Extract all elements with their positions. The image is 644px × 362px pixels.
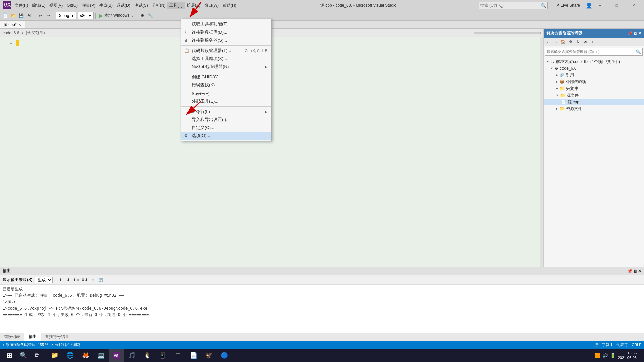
toolbar-new-btn[interactable]: 📄 (1, 12, 9, 19)
output-source-dropdown[interactable]: 生成 (35, 277, 53, 283)
title-menu-tools[interactable]: 工具(T) (167, 2, 184, 9)
se-home-btn[interactable]: 🏠 (560, 39, 567, 45)
se-refresh-btn[interactable]: ↻ (575, 39, 581, 45)
run-button[interactable]: ▶ 本地 Windows... (97, 12, 135, 19)
se-close-icon[interactable]: ✕ (638, 31, 641, 36)
toolbar-platform-dropdown[interactable]: x86 ▼ (78, 12, 93, 19)
taskbar-sound-icon[interactable]: 🔊 (602, 353, 608, 358)
tree-item-headers[interactable]: ▶ 📁 头文件 (544, 85, 644, 92)
se-search-input[interactable] (547, 50, 636, 54)
taskbar-task-view[interactable]: ⧉ (30, 349, 44, 362)
breadcrumb-scrollbar[interactable] (474, 32, 541, 34)
output-pin-icon[interactable]: 📌 (627, 269, 632, 274)
menu-options[interactable]: ⚙ 选项(O)... (181, 132, 271, 140)
taskbar-app-12[interactable]: 🔵 (217, 349, 232, 362)
title-menu-window[interactable]: 窗口(W) (202, 2, 221, 9)
menu-nuget[interactable]: NuGet 包管理器(N) ▶ (181, 63, 271, 71)
output-source-selector[interactable]: 显示输出来源(S): 生成 (3, 277, 53, 283)
se-add-btn[interactable]: + (589, 39, 596, 45)
taskbar-app-3[interactable]: 🦊 (78, 349, 93, 362)
menu-toolbox-items[interactable]: 选择工具箱项(X)... (181, 55, 271, 63)
taskbar-app-8[interactable]: 📱 (155, 349, 170, 362)
editor-vscrollbar[interactable] (540, 37, 543, 267)
tree-item-external-deps[interactable]: ▶ 📦 外部依赖项 (544, 78, 644, 85)
toolbar-extra-btn-2[interactable]: 🔧 (147, 12, 154, 19)
toolbar-redo-btn[interactable]: ↪ (45, 12, 52, 19)
output-btn-5[interactable]: ≡ (89, 276, 96, 284)
tree-item-source-files[interactable]: ▼ 📁 源文件 (544, 92, 644, 99)
toolbar-extra-btn-1[interactable]: ⚙ (139, 12, 146, 19)
title-menu-file[interactable]: 文件(F) (13, 2, 30, 9)
output-btn-2[interactable]: ⬇ (65, 276, 72, 284)
output-btn-4[interactable]: ⬇⬇ (81, 276, 88, 284)
taskbar-app-7[interactable]: 🐧 (140, 349, 155, 362)
menu-snippet-mgr[interactable]: 📋 代码片段管理器(T)... Ctrl+K, Ctrl+B (181, 47, 271, 55)
se-float-icon[interactable]: ⧉ (634, 31, 637, 36)
output-btn-6[interactable]: 🔄 (97, 276, 104, 284)
output-tab-errors[interactable]: 错误列表 (0, 333, 24, 341)
menu-customize[interactable]: 自定义(C)... (181, 124, 271, 132)
breadcrumb-nav-btn[interactable]: ⊕ (466, 31, 470, 35)
toolbar-open-btn[interactable]: 📂 (9, 12, 17, 19)
start-button[interactable]: ⊞ (1, 349, 17, 362)
tab-source-cpp[interactable]: 源.cpp* ✕ (0, 21, 25, 28)
tree-item-source-cpp[interactable]: 📄 源.cpp (544, 99, 644, 105)
taskbar-show-desktop[interactable] (639, 351, 640, 360)
search-input[interactable] (480, 3, 541, 8)
status-git-btn[interactable]: ↑ 添加到源代码管理 (3, 342, 35, 347)
minimize-button[interactable]: ─ (592, 0, 608, 11)
menu-connect-server[interactable]: 🖥 连接到服务器(S)... (181, 36, 271, 44)
title-menu-git[interactable]: Git(G) (65, 2, 80, 9)
menu-import-export[interactable]: 导入和导出设置(I)... (181, 116, 271, 124)
status-issues[interactable]: ✔ 未找到相关问题 (51, 342, 81, 347)
title-menu-view[interactable]: 视图(V) (47, 2, 65, 9)
taskbar-app-6[interactable]: 🎵 (124, 349, 139, 362)
close-button[interactable]: ✕ (626, 0, 641, 11)
title-menu-debug[interactable]: 调试(D) (115, 2, 132, 9)
taskbar-app-4[interactable]: 💻 (94, 349, 108, 362)
toolbar-saveall-btn[interactable]: 🖫 (25, 12, 33, 19)
taskbar-app-11[interactable]: 🦅 (202, 349, 216, 362)
live-share-btn[interactable]: ↗ Live Share (553, 2, 583, 9)
status-zoom[interactable]: 155 % (38, 343, 48, 347)
output-tab-output[interactable]: 输出 (24, 333, 41, 341)
output-btn-3[interactable]: ⬆⬆ (73, 276, 80, 284)
taskbar-app-9[interactable]: T (171, 349, 185, 362)
output-btn-1[interactable]: ⬆ (57, 276, 64, 284)
taskbar-search[interactable]: 🔍 (18, 349, 29, 362)
output-tab-find[interactable]: 查找符号结果 (41, 333, 73, 341)
title-menu-edit[interactable]: 编辑(E) (30, 2, 47, 9)
user-icon[interactable]: 👤 (586, 2, 592, 9)
taskbar-time-display[interactable]: 13:55 2021-06-06 (618, 351, 637, 360)
code-area[interactable]: 1 (0, 37, 543, 267)
title-menu-test[interactable]: 测试(S) (132, 2, 150, 9)
title-menu-project[interactable]: 项目(P) (80, 2, 97, 9)
title-menu-help[interactable]: 帮助(H) (221, 2, 238, 9)
taskbar-network-icon[interactable]: 📶 (595, 353, 600, 358)
tab-close-btn[interactable]: ✕ (18, 23, 22, 27)
taskbar-vs-btn[interactable]: VS (109, 349, 124, 362)
tree-item-resource-files[interactable]: ▶ 📁 资源文件 (544, 105, 644, 112)
output-float-icon[interactable]: ⧉ (634, 269, 637, 274)
menu-create-guid[interactable]: 创建 GUID(G) (181, 73, 271, 81)
tree-item-solution[interactable]: ▼ 🗂 解决方案'code_6.6'(1个项目/共 1个) (544, 58, 644, 65)
toolbar-config-dropdown[interactable]: Debug ▼ (56, 12, 76, 19)
se-forward-btn[interactable]: → (552, 39, 559, 45)
title-menu-build[interactable]: 生成(B) (97, 2, 115, 9)
se-settings-btn[interactable]: ⚙ (567, 39, 574, 45)
menu-command-line[interactable]: 命令行(L) ▶ (181, 108, 271, 116)
title-menu-extensions[interactable]: 扩展(X) (185, 2, 202, 9)
taskbar-app-2[interactable]: 🌐 (63, 349, 77, 362)
se-preview-btn[interactable]: 👁 (582, 39, 589, 45)
output-close-icon[interactable]: ✕ (638, 269, 641, 274)
tree-item-references[interactable]: ▶ 🔗 引用 (544, 72, 644, 78)
restore-button[interactable]: □ (609, 0, 625, 11)
toolbar-undo-btn[interactable]: ↩ (37, 12, 44, 19)
menu-spy[interactable]: Spy++(+) (181, 89, 271, 97)
se-back-btn[interactable]: ← (545, 39, 552, 45)
toolbar-save-btn[interactable]: 💾 (17, 12, 25, 19)
taskbar-battery-icon[interactable]: 🔋 (610, 353, 616, 358)
menu-error-lookup[interactable]: 错误查找(K) (181, 81, 271, 89)
se-pin-icon[interactable]: 📌 (627, 31, 632, 36)
taskbar-app-10[interactable]: 📄 (186, 349, 201, 362)
